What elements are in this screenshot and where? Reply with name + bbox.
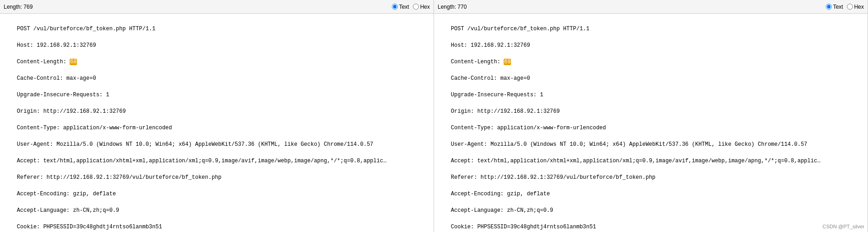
line-12-left: Accept-Language: zh-CN,zh;q=0.9: [17, 207, 119, 214]
panel-left: Length: 769 Text Hex POST /vul/burteforc…: [0, 0, 434, 232]
line-4-left: Cache-Control: max-age=0: [17, 75, 96, 82]
line-11-right: Accept-Encoding: gzip, deflate: [451, 191, 550, 197]
panel-right-text-label: Text: [833, 4, 843, 10]
line-10-left: Referer: http://192.168.92.1:32769/vul/b…: [17, 174, 221, 181]
highlight-content-length-right: 69: [504, 59, 511, 65]
line-11-left: Accept-Encoding: gzip, deflate: [17, 191, 116, 197]
panel-right-radio-group: Text Hex: [826, 4, 864, 10]
panel-left-text-radio[interactable]: [392, 4, 398, 10]
panel-right-content: POST /vul/burteforce/bf_token.php HTTP/1…: [434, 14, 868, 232]
panel-right-length: Length: 770: [438, 4, 467, 10]
line-2-left: Host: 192.168.92.1:32769: [17, 42, 96, 49]
line-1-right: POST /vul/burteforce/bf_token.php HTTP/1…: [451, 26, 589, 32]
line-10-right: Referer: http://192.168.92.1:32769/vul/b…: [451, 174, 655, 181]
line-7-right: Content-Type: application/x-www-form-url…: [451, 125, 606, 131]
panel-left-hex-label: Hex: [420, 4, 430, 10]
panel-right-text-option[interactable]: Text: [826, 4, 843, 10]
panel-left-content: POST /vul/burteforce/bf_token.php HTTP/1…: [0, 14, 434, 232]
panel-left-text-label: Text: [399, 4, 409, 10]
line-3-left: Content-Length: 68: [17, 59, 77, 65]
line-13-right: Cookie: PHPSESSID=39c48ghdtj4rntso6lanmb…: [451, 224, 596, 230]
line-8-left: User-Agent: Mozilla/5.0 (Windows NT 10.0…: [17, 141, 374, 148]
line-6-right: Origin: http://192.168.92.1:32769: [451, 108, 560, 115]
line-2-right: Host: 192.168.92.1:32769: [451, 42, 530, 49]
line-3-right: Content-Length: 69: [451, 59, 511, 65]
watermark: CSDN @PT_silver: [823, 224, 864, 229]
panel-right: Length: 770 Text Hex POST /vul/burteforc…: [434, 0, 868, 232]
panel-left-header: Length: 769 Text Hex: [0, 0, 434, 14]
line-7-left: Content-Type: application/x-www-form-url…: [17, 125, 172, 131]
panel-left-length: Length: 769: [4, 4, 33, 10]
panel-left-radio-group: Text Hex: [392, 4, 430, 10]
highlight-content-length-left: 68: [70, 59, 77, 65]
panel-right-text-radio[interactable]: [826, 4, 832, 10]
line-6-left: Origin: http://192.168.92.1:32769: [17, 108, 126, 115]
panel-left-hex-option[interactable]: Hex: [413, 4, 430, 10]
line-4-right: Cache-Control: max-age=0: [451, 75, 530, 82]
line-12-right: Accept-Language: zh-CN,zh;q=0.9: [451, 207, 553, 214]
line-8-right: User-Agent: Mozilla/5.0 (Windows NT 10.0…: [451, 141, 808, 148]
panel-right-header: Length: 770 Text Hex: [434, 0, 868, 14]
line-9-right: Accept: text/html,application/xhtml+xml,…: [451, 158, 821, 164]
line-13-left: Cookie: PHPSESSID=39c48ghdtj4rntso6lanmb…: [17, 224, 162, 230]
panel-right-hex-option[interactable]: Hex: [847, 4, 864, 10]
panel-left-hex-radio[interactable]: [413, 4, 419, 10]
line-5-right: Upgrade-Insecure-Requests: 1: [451, 92, 544, 98]
panel-left-text-option[interactable]: Text: [392, 4, 409, 10]
panel-right-hex-label: Hex: [854, 4, 864, 10]
line-1-left: POST /vul/burteforce/bf_token.php HTTP/1…: [17, 26, 155, 32]
line-9-left: Accept: text/html,application/xhtml+xml,…: [17, 158, 387, 164]
line-5-left: Upgrade-Insecure-Requests: 1: [17, 92, 110, 98]
panel-right-hex-radio[interactable]: [847, 4, 853, 10]
